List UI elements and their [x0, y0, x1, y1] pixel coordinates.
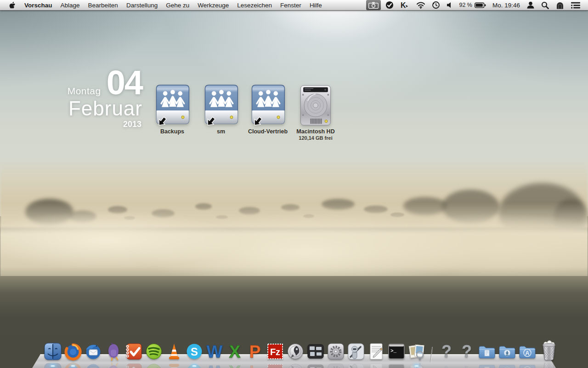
skype-dock-icon[interactable]: SS	[185, 342, 204, 362]
battery-percentage-label: 92 %	[459, 2, 472, 8]
date-weekday: Montag	[68, 86, 101, 97]
dock-divider	[430, 347, 432, 362]
internal-drive-icon	[290, 84, 341, 126]
drive-cloud-vertrieb[interactable]: Cloud-Vertrieb	[243, 84, 293, 135]
clock-status-icon[interactable]: Mo. 19:46	[489, 0, 523, 10]
running-indicator	[192, 365, 197, 367]
network-drive-icon	[147, 84, 198, 126]
menu-gehe-zu[interactable]: Gehe zu	[162, 2, 193, 9]
checkmark-app-status-icon[interactable]	[382, 0, 397, 10]
thunderbird-dock-icon[interactable]	[84, 342, 102, 362]
running-indicator	[71, 365, 75, 367]
launchpad-dock-icon[interactable]	[286, 342, 305, 362]
menubar-clock-label: Mo. 19:46	[492, 2, 520, 9]
date-widget: Montag 04 Februar 2013	[68, 69, 142, 129]
pidgin-dock-icon[interactable]	[104, 342, 123, 362]
running-indicator	[415, 365, 419, 367]
trash-dock-icon[interactable]	[538, 339, 560, 362]
date-year: 2013	[68, 120, 141, 129]
drive-free-space-label: 120,14 GB frei	[290, 135, 341, 141]
wifi-status-icon[interactable]	[413, 0, 429, 10]
svg-text:?: ?	[462, 342, 472, 361]
menubar: Vorschau AblageBearbeitenDarstellungGehe…	[0, 0, 588, 11]
powerpoint-dock-icon[interactable]: PP	[246, 342, 264, 362]
status-area: K92 %Mo. 19:46	[365, 0, 583, 10]
textedit-dock-icon[interactable]	[367, 342, 385, 362]
svg-text:X: X	[229, 342, 241, 361]
drive-label: Backups	[147, 128, 198, 135]
network-drive-icon	[196, 84, 246, 126]
app-menu-vorschau[interactable]: Vorschau	[20, 2, 57, 9]
spotify-dock-icon[interactable]	[145, 342, 163, 362]
automator-dock-icon[interactable]	[347, 342, 365, 362]
firefox-dock-icon[interactable]	[64, 342, 82, 362]
menu-werkzeuge[interactable]: Werkzeuge	[193, 2, 233, 9]
excel-dock-icon[interactable]: XX	[226, 342, 244, 362]
running-indicator	[51, 365, 55, 367]
documents-folder-dock-icon[interactable]	[478, 342, 496, 362]
dock-icon-row: SSWWXXPPFzFz>_>_????AA	[44, 339, 560, 362]
desktop-screen: Montag 04 Februar 2013 Backups sm Cloud-…	[0, 0, 588, 368]
date-month: Februar	[68, 98, 142, 119]
menu-hilfe[interactable]: Hilfe	[305, 2, 326, 9]
volume-status-icon[interactable]	[443, 0, 456, 10]
arch-app-status-icon[interactable]	[552, 0, 568, 10]
svg-text:S: S	[191, 345, 198, 358]
menu-bearbeiten[interactable]: Bearbeiten	[84, 2, 122, 9]
menu-lesezeichen[interactable]: Lesezeichen	[233, 2, 276, 9]
battery-status-icon[interactable]: 92 %	[456, 0, 489, 10]
network-drive-icon	[243, 84, 293, 126]
notification-center-status-icon[interactable]	[568, 0, 583, 10]
vlc-dock-icon[interactable]	[165, 342, 183, 362]
svg-text:W: W	[207, 342, 223, 361]
drive-label: sm	[196, 128, 246, 135]
drive-macintosh-hd[interactable]: Macintosh HD120,14 GB frei	[290, 84, 341, 141]
wallpaper	[0, 0, 588, 368]
svg-text:?: ?	[441, 342, 452, 361]
drive-sm[interactable]: sm	[196, 84, 246, 135]
filezilla-dock-icon[interactable]: FzFz	[266, 342, 284, 362]
apple-menu-icon[interactable]	[5, 1, 20, 9]
dock: SSWWXXPPFzFz>_>_????AA	[0, 332, 588, 368]
screenshot-camera-status-icon[interactable]	[366, 0, 381, 10]
drive-label: Macintosh HD	[290, 128, 341, 135]
menu-darstellung[interactable]: Darstellung	[122, 2, 162, 9]
preview-dock-icon[interactable]	[407, 342, 426, 362]
user-switch-status-icon[interactable]	[523, 0, 538, 10]
svg-text:P: P	[249, 342, 261, 361]
menu-ablage[interactable]: Ablage	[57, 2, 84, 9]
keyboard-maestro-status-icon[interactable]: K	[397, 0, 413, 10]
applications-folder-dock-icon[interactable]: AA	[518, 342, 537, 362]
spotlight-status-icon[interactable]	[538, 0, 552, 10]
svg-text:>_: >_	[390, 348, 397, 354]
menu-fenster[interactable]: Fenster	[276, 2, 305, 9]
mission-control-dock-icon[interactable]	[306, 342, 325, 362]
terminal-dock-icon[interactable]: >_>_	[387, 342, 406, 362]
drive-backups[interactable]: Backups	[147, 84, 198, 135]
time-machine-status-icon[interactable]	[429, 0, 443, 10]
svg-text:A: A	[525, 350, 530, 356]
finder-dock-icon[interactable]	[44, 342, 62, 362]
downloads-folder-dock-icon[interactable]	[498, 342, 516, 362]
word-dock-icon[interactable]: WW	[205, 342, 224, 362]
svg-text:Fz: Fz	[270, 347, 280, 357]
missing-app-1-dock-icon[interactable]: ??	[437, 342, 456, 362]
date-day: 04	[107, 69, 142, 97]
system-preferences-dock-icon[interactable]	[327, 342, 345, 362]
missing-app-2-dock-icon[interactable]: ??	[458, 342, 476, 362]
drive-label: Cloud-Vertrieb	[243, 128, 293, 135]
menu-items: AblageBearbeitenDarstellungGehe zuWerkze…	[57, 2, 326, 9]
task-app-dock-icon[interactable]	[124, 342, 143, 362]
